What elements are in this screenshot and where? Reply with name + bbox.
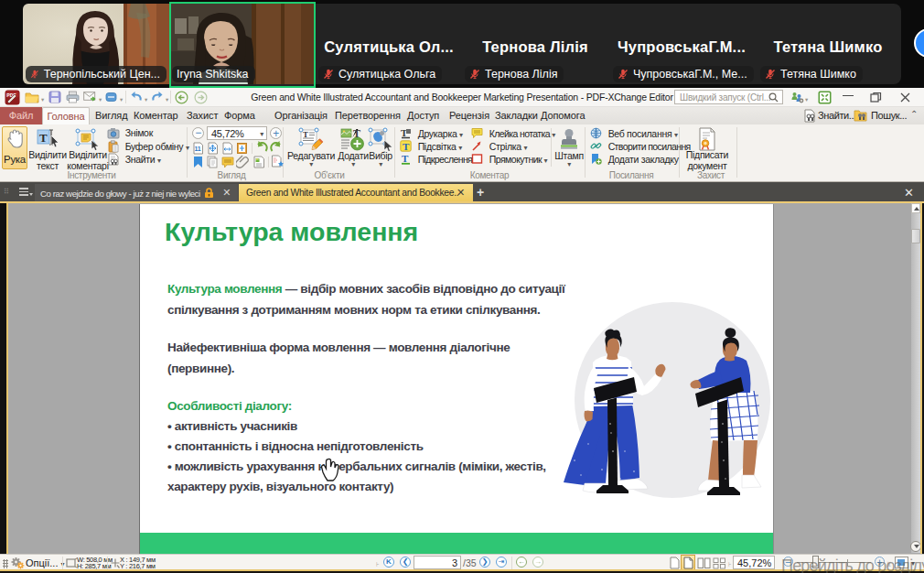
svg-text:T: T [303,130,308,139]
svg-text:11: 11 [195,146,201,152]
svg-text:T: T [402,153,409,164]
svg-text:T: T [403,141,410,152]
svg-text:T: T [39,131,48,145]
